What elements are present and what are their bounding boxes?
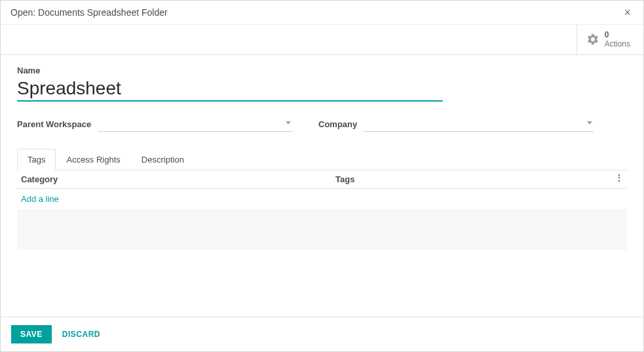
name-input[interactable] xyxy=(17,77,443,102)
tab-tags[interactable]: Tags xyxy=(17,149,56,170)
add-line-link[interactable]: Add a line xyxy=(21,194,59,204)
modal-dialog: Open: Documents Spreadsheet Folder × 0 A… xyxy=(0,0,644,352)
tab-access-rights[interactable]: Access Rights xyxy=(56,149,130,170)
empty-rows xyxy=(17,209,627,250)
col-header-category: Category xyxy=(21,174,335,184)
modal-header: Open: Documents Spreadsheet Folder × xyxy=(1,1,643,25)
actions-button[interactable]: 0 Actions xyxy=(577,25,643,54)
col-header-tags: Tags xyxy=(335,174,627,184)
kebab-menu-icon[interactable]: ⋮ xyxy=(615,173,623,182)
actions-label: Actions xyxy=(605,39,630,49)
company-label: Company xyxy=(318,119,357,129)
list-header: Category Tags ⋮ xyxy=(17,170,627,189)
modal-footer: SAVE DISCARD xyxy=(1,317,643,351)
gears-icon xyxy=(586,33,599,46)
parent-workspace-label: Parent Workspace xyxy=(17,119,91,129)
tabs-container: Tags Access Rights Description Category … xyxy=(17,149,627,250)
parent-workspace-select[interactable] xyxy=(98,117,292,132)
chevron-down-icon xyxy=(587,121,592,125)
actions-count: 0 xyxy=(605,30,630,39)
save-button[interactable]: SAVE xyxy=(11,325,52,343)
close-icon: × xyxy=(624,6,631,19)
tab-description[interactable]: Description xyxy=(131,149,195,170)
company-select[interactable] xyxy=(364,117,594,132)
modal-title: Open: Documents Spreadsheet Folder xyxy=(10,7,168,18)
list-row-add: Add a line xyxy=(17,189,627,209)
discard-button[interactable]: DISCARD xyxy=(62,330,100,339)
close-button[interactable]: × xyxy=(621,7,634,18)
modal-body: Name Parent Workspace Company Tags xyxy=(1,55,643,317)
actions-bar: 0 Actions xyxy=(1,25,643,55)
chevron-down-icon xyxy=(286,121,291,125)
name-label: Name xyxy=(17,66,627,75)
